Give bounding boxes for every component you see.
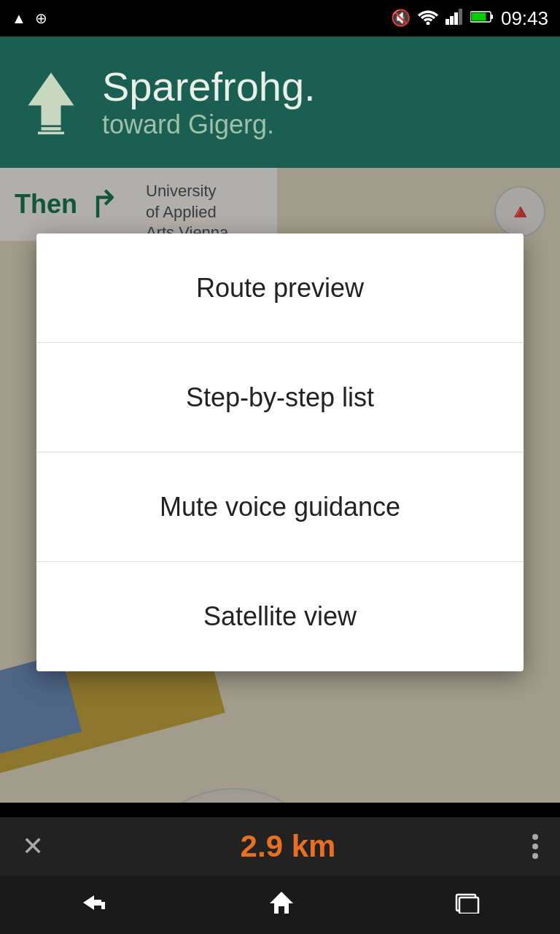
wifi-icon — [418, 9, 438, 28]
svg-rect-3 — [454, 12, 458, 25]
svg-point-0 — [426, 21, 429, 25]
recents-button[interactable] — [432, 882, 502, 927]
svg-rect-1 — [446, 19, 449, 25]
svg-rect-10 — [38, 132, 64, 135]
overflow-menu-button[interactable] — [532, 834, 538, 859]
step-by-step-label: Step-by-step list — [186, 382, 374, 413]
step-by-step-item[interactable]: Step-by-step list — [36, 343, 524, 452]
status-bar-left: ▲ ⊕ — [12, 9, 47, 27]
dot-3 — [532, 853, 538, 859]
dot-1 — [532, 834, 538, 840]
status-bar: ▲ ⊕ 🔇 09:4 — [0, 0, 560, 36]
street-name: Sparefrohg. — [102, 64, 316, 109]
home-button[interactable] — [246, 881, 316, 929]
svg-rect-7 — [471, 12, 486, 20]
status-time: 09:43 — [501, 7, 548, 30]
close-button[interactable]: ✕ — [22, 831, 44, 862]
distance-display: 2.9 km — [241, 829, 336, 864]
svg-rect-4 — [459, 9, 462, 25]
svg-marker-11 — [270, 892, 293, 914]
gps-icon: ⊕ — [35, 9, 47, 27]
mute-voice-item[interactable]: Mute voice guidance — [36, 452, 524, 562]
satellite-view-item[interactable]: Satellite view — [36, 562, 524, 671]
street-toward: toward Gigerg. — [102, 109, 316, 140]
satellite-view-label: Satellite view — [203, 601, 357, 632]
signal-icon — [446, 9, 463, 28]
direction-arrow — [22, 69, 80, 135]
svg-rect-13 — [459, 898, 478, 914]
mute-voice-label: Mute voice guidance — [160, 492, 400, 522]
mute-icon: 🔇 — [391, 9, 411, 28]
back-button[interactable] — [58, 882, 131, 927]
svg-rect-2 — [450, 16, 454, 25]
location-icon: ▲ — [12, 10, 26, 27]
context-menu-dialog: Route preview Step-by-step list Mute voi… — [36, 234, 524, 671]
svg-marker-8 — [28, 73, 74, 126]
nav-street-info: Sparefrohg. toward Gigerg. — [102, 64, 316, 140]
dot-2 — [532, 844, 538, 849]
battery-icon — [470, 10, 494, 27]
route-preview-item[interactable]: Route preview — [36, 234, 524, 343]
nav-header: Sparefrohg. toward Gigerg. — [0, 36, 560, 168]
svg-rect-6 — [491, 15, 493, 19]
system-nav-bar — [0, 876, 560, 934]
route-preview-label: Route preview — [196, 273, 364, 304]
svg-rect-9 — [42, 127, 61, 131]
bottom-bar: ✕ 2.9 km — [0, 817, 560, 876]
status-bar-right: 🔇 09:43 — [391, 7, 548, 30]
